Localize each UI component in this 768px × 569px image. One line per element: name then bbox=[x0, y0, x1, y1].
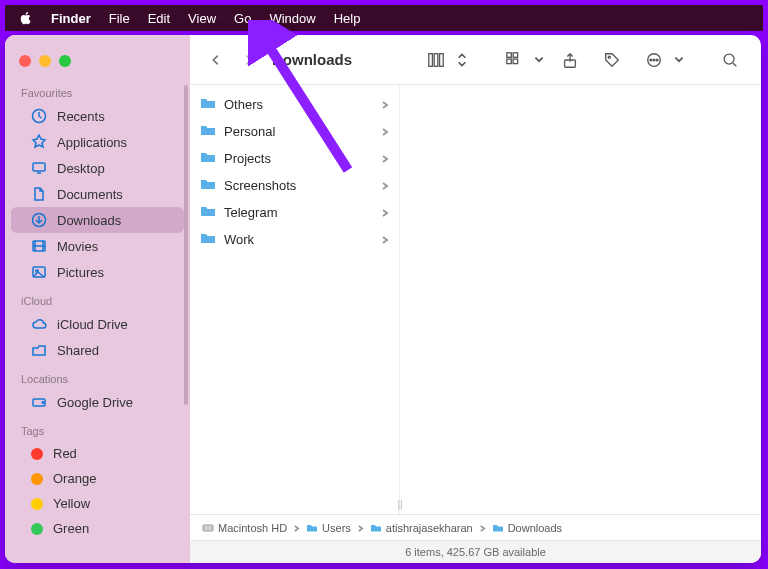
chevron-right-icon bbox=[479, 522, 486, 534]
folder-name: Work bbox=[224, 232, 373, 247]
folder-icon bbox=[492, 522, 504, 534]
apple-menu-icon[interactable] bbox=[19, 11, 33, 25]
minimize-window-button[interactable] bbox=[39, 55, 51, 67]
chevron-down-icon[interactable] bbox=[533, 47, 545, 73]
chevron-right-icon bbox=[381, 232, 389, 247]
path-segment[interactable]: Macintosh HD bbox=[202, 522, 287, 534]
sidebar: Favourites Recents Applications Desktop … bbox=[5, 35, 190, 563]
finder-window: Favourites Recents Applications Desktop … bbox=[5, 35, 761, 563]
svg-rect-14 bbox=[507, 59, 512, 64]
svg-rect-2 bbox=[33, 163, 45, 171]
empty-column bbox=[410, 85, 761, 514]
sidebar-tag-red[interactable]: Red bbox=[11, 441, 184, 466]
folder-row[interactable]: Projects bbox=[190, 145, 399, 172]
folder-icon bbox=[200, 230, 216, 249]
sidebar-item-label: Downloads bbox=[57, 213, 121, 228]
close-window-button[interactable] bbox=[19, 55, 31, 67]
svg-rect-12 bbox=[507, 52, 512, 57]
status-text: 6 items, 425.67 GB available bbox=[405, 546, 546, 558]
menu-view[interactable]: View bbox=[188, 11, 216, 26]
sidebar-item-shared[interactable]: Shared bbox=[11, 337, 184, 363]
path-segment[interactable]: Users bbox=[306, 522, 351, 534]
sidebar-item-label: Documents bbox=[57, 187, 123, 202]
sidebar-item-label: Movies bbox=[57, 239, 98, 254]
tags-button[interactable] bbox=[595, 47, 629, 73]
column-resize-handle[interactable]: || bbox=[390, 499, 410, 514]
folder-name: Personal bbox=[224, 124, 373, 139]
menu-edit[interactable]: Edit bbox=[148, 11, 170, 26]
sidebar-item-documents[interactable]: Documents bbox=[11, 181, 184, 207]
svg-point-8 bbox=[42, 402, 44, 404]
share-button[interactable] bbox=[553, 47, 587, 73]
download-icon bbox=[31, 212, 47, 228]
column-view: Others Personal Projects bbox=[190, 85, 761, 515]
svg-point-22 bbox=[724, 54, 734, 64]
sidebar-tag-yellow[interactable]: Yellow bbox=[11, 491, 184, 516]
menu-go[interactable]: Go bbox=[234, 11, 251, 26]
apps-icon bbox=[31, 134, 47, 150]
sidebar-item-pictures[interactable]: Pictures bbox=[11, 259, 184, 285]
sidebar-item-label: Shared bbox=[57, 343, 99, 358]
sidebar-section-tags: Tags bbox=[5, 415, 190, 441]
folder-row[interactable]: Work bbox=[190, 226, 399, 253]
svg-rect-9 bbox=[429, 53, 433, 66]
folder-row[interactable]: Telegram bbox=[190, 199, 399, 226]
path-segment[interactable]: Downloads bbox=[492, 522, 562, 534]
tag-dot-icon bbox=[31, 473, 43, 485]
sidebar-item-label: Google Drive bbox=[57, 395, 133, 410]
folder-icon bbox=[200, 95, 216, 114]
path-bar: Macintosh HD Users atishrajasekharan Dow… bbox=[190, 515, 761, 541]
chevron-right-icon bbox=[381, 124, 389, 139]
sidebar-item-recents[interactable]: Recents bbox=[11, 103, 184, 129]
clock-icon bbox=[31, 108, 47, 124]
document-icon bbox=[31, 186, 47, 202]
sidebar-item-desktop[interactable]: Desktop bbox=[11, 155, 184, 181]
svg-rect-11 bbox=[440, 53, 444, 66]
sidebar-item-google-drive[interactable]: Google Drive bbox=[11, 389, 184, 415]
menu-window[interactable]: Window bbox=[269, 11, 315, 26]
sidebar-item-downloads[interactable]: Downloads bbox=[11, 207, 184, 233]
svg-point-19 bbox=[650, 59, 652, 61]
svg-rect-23 bbox=[203, 525, 213, 531]
more-actions-button[interactable] bbox=[637, 47, 671, 73]
path-label: Downloads bbox=[508, 522, 562, 534]
status-bar: 6 items, 425.67 GB available bbox=[190, 541, 761, 563]
tag-dot-icon bbox=[31, 448, 43, 460]
sidebar-item-movies[interactable]: Movies bbox=[11, 233, 184, 259]
sidebar-item-icloud-drive[interactable]: iCloud Drive bbox=[11, 311, 184, 337]
picture-icon bbox=[31, 264, 47, 280]
chevron-right-icon bbox=[381, 151, 389, 166]
movie-icon bbox=[31, 238, 47, 254]
sidebar-tag-green[interactable]: Green bbox=[11, 516, 184, 541]
sidebar-item-label: Pictures bbox=[57, 265, 104, 280]
folder-column[interactable]: Others Personal Projects bbox=[190, 85, 400, 514]
chevron-down-icon[interactable] bbox=[673, 47, 685, 73]
menu-help[interactable]: Help bbox=[334, 11, 361, 26]
folder-row[interactable]: Screenshots bbox=[190, 172, 399, 199]
svg-point-20 bbox=[653, 59, 655, 61]
zoom-window-button[interactable] bbox=[59, 55, 71, 67]
view-mode-chevrons-icon[interactable] bbox=[455, 47, 469, 73]
sidebar-tag-orange[interactable]: Orange bbox=[11, 466, 184, 491]
path-segment[interactable]: atishrajasekharan bbox=[370, 522, 473, 534]
forward-button[interactable] bbox=[236, 48, 260, 72]
svg-point-21 bbox=[656, 59, 658, 61]
search-button[interactable] bbox=[713, 47, 747, 73]
chevron-right-icon bbox=[381, 205, 389, 220]
folder-icon bbox=[200, 149, 216, 168]
app-name-menu[interactable]: Finder bbox=[51, 11, 91, 26]
folder-name: Projects bbox=[224, 151, 373, 166]
chevron-right-icon bbox=[293, 522, 300, 534]
toolbar: Downloads bbox=[190, 35, 761, 85]
menu-file[interactable]: File bbox=[109, 11, 130, 26]
sidebar-item-applications[interactable]: Applications bbox=[11, 129, 184, 155]
folder-row[interactable]: Others bbox=[190, 91, 399, 118]
chevron-right-icon bbox=[381, 178, 389, 193]
folder-icon bbox=[306, 522, 318, 534]
back-button[interactable] bbox=[204, 48, 228, 72]
group-by-button[interactable] bbox=[497, 47, 531, 73]
folder-row[interactable]: Personal bbox=[190, 118, 399, 145]
desktop-icon bbox=[31, 160, 47, 176]
sidebar-scrollbar[interactable] bbox=[184, 85, 188, 405]
view-mode-button[interactable] bbox=[419, 47, 453, 73]
